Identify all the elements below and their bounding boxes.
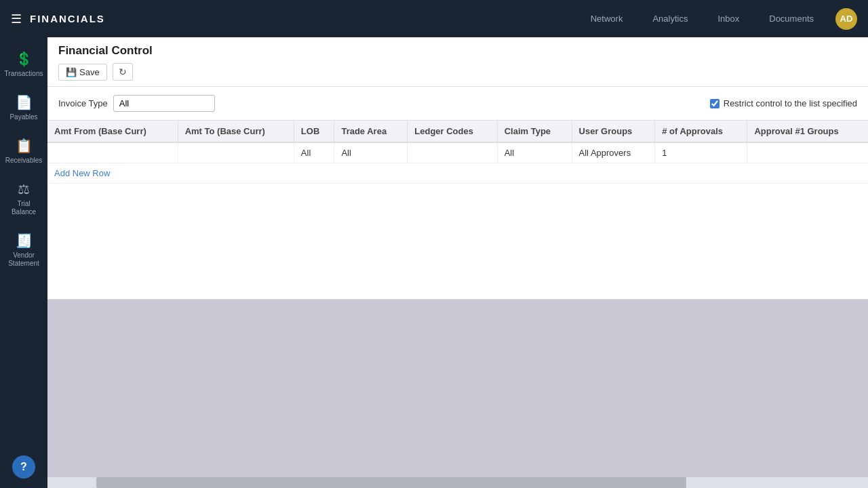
receivables-icon: 📋 [16, 138, 33, 154]
restrict-control-label: Restrict control to the list specified [724, 98, 857, 108]
sidebar-bottom: ? [12, 455, 35, 479]
sidebar-item-label: Receivables [5, 157, 42, 165]
save-icon: 💾 [66, 67, 77, 77]
col-ledger-codes: Ledger Codes [408, 121, 497, 142]
sidebar-item-label: Trial Balance [6, 200, 41, 216]
cell-approval-groups [747, 142, 868, 163]
sidebar-item-label: Vendor Statement [6, 251, 41, 268]
menu-icon[interactable]: ☰ [11, 12, 22, 26]
main-layout: 💲 Transactions 📄 Payables 📋 Receivables … [0, 37, 868, 488]
col-num-approvals: # of Approvals [655, 121, 747, 142]
payables-icon: 📄 [16, 94, 33, 110]
gray-area [47, 300, 868, 478]
page-header: Financial Control 💾 Save ↻ [47, 37, 868, 87]
cell-lob: All [294, 142, 334, 163]
page-title: Financial Control [58, 44, 857, 63]
trial-balance-icon: ⚖ [18, 181, 30, 197]
cell-amt-from [47, 142, 178, 163]
col-trade-area: Trade Area [334, 121, 408, 142]
nav-documents[interactable]: Documents [755, 8, 827, 29]
restrict-control-field: Restrict control to the list specified [710, 98, 857, 108]
sidebar-item-trial-balance[interactable]: ⚖ Trial Balance [2, 174, 45, 223]
navbar: ☰ FINANCIALS Network Analytics Inbox Doc… [0, 0, 868, 37]
col-claim-type: Claim Type [497, 121, 572, 142]
add-new-row-link[interactable]: Add New Row [54, 168, 110, 178]
brand-logo: FINANCIALS [30, 13, 577, 24]
horizontal-scrollbar[interactable] [47, 477, 868, 488]
cell-claim-type: All [497, 142, 572, 163]
save-button[interactable]: 💾 Save [58, 64, 107, 81]
col-lob: LOB [294, 121, 334, 142]
nav-links: Network Analytics Inbox Documents [577, 8, 827, 29]
transactions-icon: 💲 [16, 51, 33, 67]
invoice-type-label: Invoice Type [58, 98, 108, 108]
table-row: All All All All Approvers 1 [47, 142, 868, 163]
col-amt-from: Amt From (Base Curr) [47, 121, 178, 142]
refresh-button[interactable]: ↻ [113, 63, 133, 81]
invoice-type-input[interactable] [113, 95, 215, 112]
add-row-cell: Add New Row [47, 163, 868, 184]
sidebar-item-vendor-statement[interactable]: 🧾 Vendor Statement [2, 226, 45, 274]
col-approval-groups: Approval #1 Groups [747, 121, 868, 142]
cell-num-approvals: 1 [655, 142, 747, 163]
financial-control-table: Amt From (Base Curr) Amt To (Base Curr) … [47, 121, 868, 184]
help-button[interactable]: ? [12, 455, 35, 479]
sidebar-item-payables[interactable]: 📄 Payables [2, 87, 45, 128]
sidebar-item-label: Transactions [5, 70, 43, 78]
restrict-control-checkbox[interactable] [710, 99, 719, 108]
toolbar: 💾 Save ↻ [58, 63, 857, 86]
save-label: Save [79, 67, 100, 77]
invoice-type-field: Invoice Type [58, 95, 215, 112]
sidebar-item-transactions[interactable]: 💲 Transactions [2, 44, 45, 85]
main-content: Financial Control 💾 Save ↻ Invoice Type … [47, 37, 868, 488]
nav-analytics[interactable]: Analytics [639, 8, 701, 29]
nav-network[interactable]: Network [577, 8, 637, 29]
table-row-add: Add New Row [47, 163, 868, 184]
col-amt-to: Amt To (Base Curr) [178, 121, 294, 142]
scrollbar-thumb[interactable] [96, 477, 686, 488]
sidebar-item-receivables[interactable]: 📋 Receivables [2, 131, 45, 171]
table-header-row: Amt From (Base Curr) Amt To (Base Curr) … [47, 121, 868, 142]
sidebar: 💲 Transactions 📄 Payables 📋 Receivables … [0, 37, 47, 488]
user-avatar[interactable]: AD [835, 8, 857, 30]
form-area: Invoice Type Restrict control to the lis… [47, 87, 868, 121]
vendor-statement-icon: 🧾 [16, 232, 33, 249]
cell-ledger-codes [408, 142, 497, 163]
cell-user-groups: All Approvers [572, 142, 655, 163]
nav-inbox[interactable]: Inbox [704, 8, 753, 29]
data-table-area: Amt From (Base Curr) Amt To (Base Curr) … [47, 121, 868, 300]
cell-amt-to [178, 142, 294, 163]
col-user-groups: User Groups [572, 121, 655, 142]
cell-trade-area: All [334, 142, 408, 163]
sidebar-item-label: Payables [9, 113, 37, 121]
